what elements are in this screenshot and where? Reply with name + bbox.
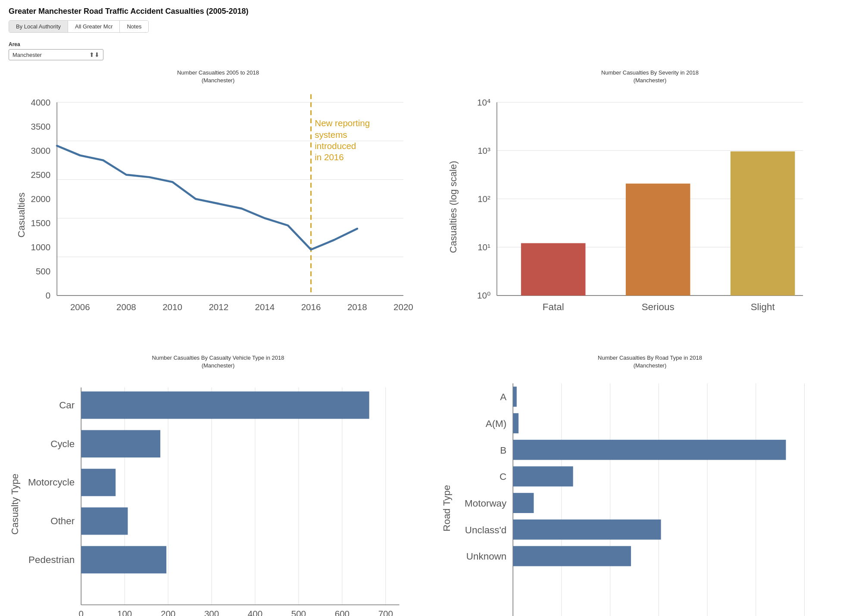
svg-text:Motorcycle: Motorcycle — [28, 477, 75, 488]
svg-text:C: C — [500, 471, 506, 482]
tab-bar: By Local Authority All Greater Mcr Notes — [9, 20, 149, 33]
svg-text:Car: Car — [59, 400, 75, 411]
svg-text:Motorway: Motorway — [465, 498, 507, 509]
chart4-svg: Road Type 0 100 200 300 400 — [440, 371, 859, 616]
chart-vehicle-type: Number Casualties By Casualty Vehicle Ty… — [9, 354, 428, 616]
svg-text:500: 500 — [291, 609, 306, 616]
chart2-svg: Casualties (log scale) 10⁴ 10³ 10² 10¹ 1… — [440, 86, 859, 344]
svg-text:300: 300 — [204, 609, 219, 616]
svg-text:2018: 2018 — [347, 302, 367, 312]
chart1-svg: Casualties 0 500 1000 1500 2000 2500 300… — [9, 86, 428, 344]
svg-text:0: 0 — [79, 609, 84, 616]
chart4-title: Number Casualties By Road Type in 2018(M… — [440, 354, 859, 370]
svg-text:Slight: Slight — [751, 302, 775, 312]
area-select-arrow-icon: ⬆⬇ — [89, 51, 100, 58]
svg-text:Unknown: Unknown — [466, 551, 506, 562]
svg-text:10¹: 10¹ — [478, 243, 490, 252]
svg-text:Cycle: Cycle — [50, 439, 75, 449]
tab-notes[interactable]: Notes — [120, 21, 148, 32]
chart-casualties-over-time: Number Casualties 2005 to 2018(Mancheste… — [9, 69, 428, 345]
svg-rect-71 — [81, 430, 160, 457]
svg-text:4000: 4000 — [31, 97, 50, 107]
svg-text:Casualties (log scale): Casualties (log scale) — [448, 161, 459, 253]
svg-text:Pedestrian: Pedestrian — [28, 554, 75, 565]
svg-text:systems: systems — [315, 130, 347, 140]
svg-rect-44 — [521, 243, 586, 296]
svg-text:2010: 2010 — [162, 302, 182, 312]
svg-text:2006: 2006 — [70, 302, 90, 312]
svg-text:3500: 3500 — [31, 121, 50, 131]
svg-rect-102 — [513, 493, 534, 513]
chart-severity: Number Casualties By Severity in 2018(Ma… — [440, 69, 859, 345]
svg-text:2016: 2016 — [301, 302, 321, 312]
svg-rect-103 — [513, 520, 661, 540]
svg-text:2000: 2000 — [31, 194, 50, 204]
chart3-svg: Casualty Type 0 100 200 300 — [9, 371, 428, 616]
svg-rect-99 — [513, 413, 518, 433]
svg-text:New reporting: New reporting — [315, 118, 370, 128]
svg-text:700: 700 — [378, 609, 393, 616]
svg-text:2020: 2020 — [393, 302, 413, 312]
svg-rect-101 — [513, 466, 573, 486]
svg-rect-98 — [513, 386, 517, 407]
chart3-title: Number Casualties By Casualty Vehicle Ty… — [9, 354, 428, 370]
svg-text:Serious: Serious — [642, 302, 674, 312]
svg-text:400: 400 — [248, 609, 262, 616]
svg-text:1500: 1500 — [31, 218, 50, 228]
chart2-title: Number Casualties By Severity in 2018(Ma… — [440, 69, 859, 84]
svg-text:3000: 3000 — [31, 146, 50, 156]
page-title: Greater Manchester Road Traffic Accident… — [9, 7, 859, 16]
svg-text:2014: 2014 — [255, 302, 275, 312]
svg-text:10⁰: 10⁰ — [477, 291, 490, 301]
svg-text:2008: 2008 — [116, 302, 136, 312]
svg-rect-74 — [81, 546, 166, 574]
svg-text:introduced: introduced — [315, 141, 356, 151]
tab-all-greater-mcr[interactable]: All Greater Mcr — [68, 21, 120, 32]
svg-rect-72 — [81, 469, 116, 496]
svg-text:Other: Other — [50, 516, 75, 526]
svg-text:in 2016: in 2016 — [315, 152, 343, 162]
area-select[interactable]: Manchester ⬆⬇ — [9, 49, 103, 60]
charts-grid: Number Casualties 2005 to 2018(Mancheste… — [9, 69, 859, 616]
svg-text:1000: 1000 — [31, 243, 50, 252]
svg-text:500: 500 — [36, 267, 50, 277]
svg-text:Fatal: Fatal — [543, 302, 564, 312]
svg-rect-73 — [81, 507, 128, 535]
svg-text:B: B — [500, 445, 506, 456]
svg-text:A: A — [500, 392, 506, 402]
chart-road-type: Number Casualties By Road Type in 2018(M… — [440, 354, 859, 616]
svg-text:600: 600 — [335, 609, 350, 616]
svg-text:Road Type: Road Type — [441, 485, 452, 532]
svg-text:Casualty Type: Casualty Type — [9, 473, 20, 535]
svg-text:0: 0 — [46, 291, 50, 301]
area-selected-value: Manchester — [12, 52, 42, 58]
svg-text:2500: 2500 — [31, 170, 50, 180]
svg-rect-70 — [81, 392, 369, 419]
svg-text:10³: 10³ — [478, 146, 490, 156]
svg-rect-46 — [731, 152, 795, 296]
svg-text:10²: 10² — [478, 194, 490, 204]
svg-text:100: 100 — [117, 609, 132, 616]
area-label: Area — [9, 41, 859, 47]
svg-text:Unclass'd: Unclass'd — [465, 525, 507, 535]
tab-by-local-authority[interactable]: By Local Authority — [9, 21, 68, 32]
svg-text:Casualties: Casualties — [16, 193, 27, 238]
svg-text:200: 200 — [161, 609, 175, 616]
svg-text:A(M): A(M) — [486, 418, 507, 429]
svg-text:10⁴: 10⁴ — [477, 97, 490, 107]
svg-rect-104 — [513, 546, 631, 566]
chart1-title: Number Casualties 2005 to 2018(Mancheste… — [9, 69, 428, 84]
svg-text:2012: 2012 — [209, 302, 228, 312]
svg-rect-45 — [626, 184, 690, 296]
svg-rect-100 — [513, 440, 786, 460]
